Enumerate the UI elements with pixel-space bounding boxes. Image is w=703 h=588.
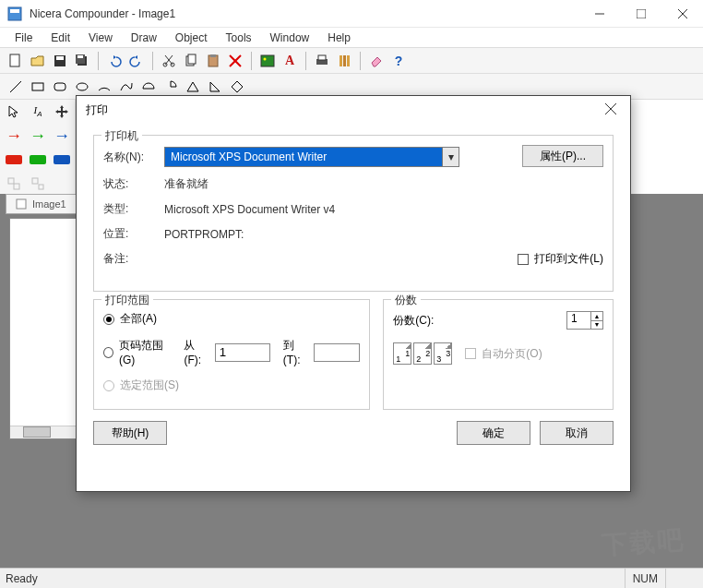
save-icon[interactable] <box>50 51 70 71</box>
svg-rect-17 <box>188 54 196 64</box>
text-tool-icon[interactable]: IA <box>28 102 48 122</box>
from-input[interactable] <box>215 343 270 362</box>
print-to-file-checkbox[interactable]: 打印到文件(L) <box>518 251 603 267</box>
ok-button[interactable]: 确定 <box>457 421 530 445</box>
swatch-red-icon[interactable] <box>4 150 24 170</box>
svg-rect-39 <box>17 199 26 209</box>
help-button[interactable]: 帮助(H) <box>93 421 167 445</box>
printer-where-value: PORTPROMPT: <box>164 228 244 241</box>
svg-rect-37 <box>32 178 38 184</box>
menu-object[interactable]: Object <box>166 30 217 46</box>
properties-button[interactable]: 属性(P)... <box>522 145 603 167</box>
chord-icon[interactable] <box>138 77 159 97</box>
ungroup-icon[interactable] <box>28 174 48 194</box>
paste-icon[interactable] <box>203 51 223 71</box>
cut-icon[interactable] <box>159 51 179 71</box>
ellipse-icon[interactable] <box>72 77 92 97</box>
copies-spinner[interactable]: 1 ▲▼ <box>566 311 603 330</box>
svg-rect-35 <box>8 178 14 184</box>
copies-count-label: 份数(C): <box>393 313 566 329</box>
svg-rect-27 <box>343 55 346 66</box>
pie-icon[interactable] <box>161 77 181 97</box>
range-pages-radio[interactable]: 页码范围(G) 从(F): 到(T): <box>103 338 360 366</box>
copies-group: 份数 份数(C): 1 ▲▼ 11 22 33 <box>383 299 614 410</box>
swatch-green-icon[interactable] <box>28 150 48 170</box>
image-icon[interactable] <box>257 51 278 71</box>
app-icon <box>7 6 22 21</box>
menu-file[interactable]: File <box>6 30 42 46</box>
close-button[interactable] <box>661 0 703 28</box>
printer-where-label: 位置: <box>103 226 164 242</box>
printer-status-value: 准备就绪 <box>164 176 209 192</box>
menu-view[interactable]: View <box>79 30 122 46</box>
open-icon[interactable] <box>28 51 48 71</box>
svg-rect-36 <box>14 184 19 189</box>
svg-rect-22 <box>261 55 274 66</box>
menubar: File Edit View Draw Object Tools Window … <box>0 28 703 48</box>
print-dialog: 打印 打印机 名称(N): Microsoft XPS Document Wri… <box>76 95 631 492</box>
copies-legend: 份数 <box>391 293 421 308</box>
dialog-close-button[interactable] <box>591 96 630 122</box>
svg-rect-30 <box>32 83 43 90</box>
printer-name-select[interactable]: Microsoft XPS Document Writer ▾ <box>164 147 459 167</box>
rtriangle-icon[interactable] <box>205 77 225 97</box>
from-label: 从(F): <box>184 338 209 366</box>
status-num: NUM <box>625 569 666 588</box>
scrollbar-thumb[interactable] <box>23 426 51 438</box>
printer-name-label: 名称(N): <box>103 150 164 165</box>
menu-draw[interactable]: Draw <box>122 30 166 46</box>
copy-icon[interactable] <box>181 51 201 71</box>
help-icon[interactable]: ? <box>388 51 409 71</box>
range-legend: 打印范围 <box>101 293 153 308</box>
arc-icon[interactable] <box>94 77 114 97</box>
triangle-icon[interactable] <box>183 77 203 97</box>
arrow-red-icon[interactable]: → <box>4 126 24 146</box>
menu-edit[interactable]: Edit <box>42 30 79 46</box>
redo-icon[interactable] <box>126 51 147 71</box>
menu-help[interactable]: Help <box>318 30 360 46</box>
collate-icon: 11 22 33 <box>393 342 452 365</box>
svg-rect-31 <box>54 83 66 90</box>
new-icon[interactable] <box>6 51 26 71</box>
pointer-icon[interactable] <box>4 102 24 122</box>
line-icon[interactable] <box>6 77 26 97</box>
printer-group: 打印机 名称(N): Microsoft XPS Document Writer… <box>93 135 614 292</box>
group-icon[interactable] <box>4 174 24 194</box>
minimize-button[interactable] <box>578 0 620 28</box>
printer-type-value: Microsoft XPS Document Writer v4 <box>164 203 335 216</box>
menu-window[interactable]: Window <box>261 30 319 46</box>
chevron-down-icon[interactable]: ▾ <box>442 148 459 166</box>
curve-icon[interactable] <box>116 77 137 97</box>
copies-value[interactable]: 1 <box>566 311 590 330</box>
cancel-button[interactable]: 取消 <box>540 421 614 445</box>
window-title: Nicera Compounder - Image1 <box>30 7 578 20</box>
printer-type-label: 类型: <box>103 201 164 217</box>
library-icon[interactable] <box>334 51 354 71</box>
spin-down-icon[interactable]: ▼ <box>591 321 602 330</box>
document-tab[interactable]: Image1 <box>6 194 77 214</box>
undo-icon[interactable] <box>104 51 125 71</box>
arrow-blue-icon[interactable]: → <box>52 126 72 146</box>
svg-rect-11 <box>77 55 83 58</box>
toolbar-main: A ? <box>0 48 703 74</box>
print-icon[interactable] <box>312 51 332 71</box>
arrow-green-icon[interactable]: → <box>28 126 48 146</box>
swatch-blue-icon[interactable] <box>52 150 72 170</box>
svg-rect-25 <box>318 55 326 60</box>
move-icon[interactable] <box>52 102 72 122</box>
document-tab-label: Image1 <box>32 198 66 210</box>
maximize-button[interactable] <box>620 0 661 28</box>
text-icon[interactable]: A <box>280 51 300 71</box>
range-all-radio[interactable]: 全部(A) <box>103 311 360 327</box>
roundrect-icon[interactable] <box>50 77 70 97</box>
to-input[interactable] <box>314 343 360 362</box>
spin-up-icon[interactable]: ▲ <box>591 312 602 321</box>
rect-icon[interactable] <box>28 77 48 97</box>
menu-tools[interactable]: Tools <box>217 30 261 46</box>
svg-rect-6 <box>10 54 19 66</box>
delete-icon[interactable] <box>225 51 245 71</box>
svg-rect-26 <box>340 55 342 66</box>
diamond-icon[interactable] <box>227 77 247 97</box>
saveall-icon[interactable] <box>72 51 92 71</box>
eraser-icon[interactable] <box>366 51 387 71</box>
